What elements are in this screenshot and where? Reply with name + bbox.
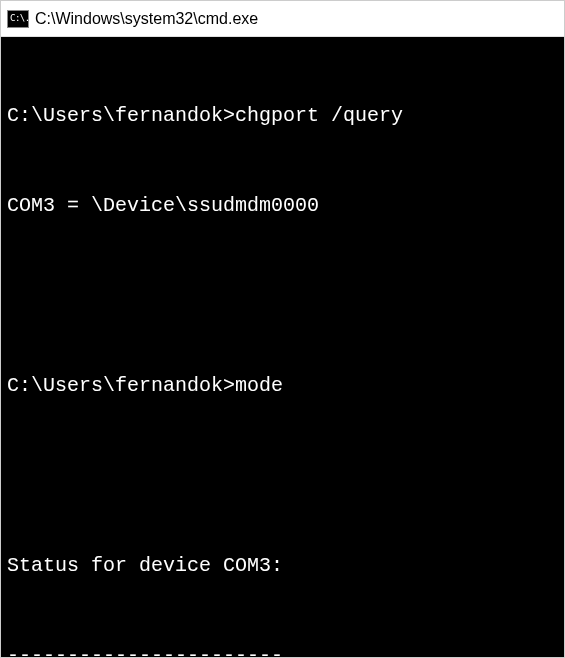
cmd-window: C:\. C:\Windows\system32\cmd.exe C:\User… bbox=[0, 0, 565, 658]
command-line-2: C:\Users\fernandok>mode bbox=[7, 371, 558, 401]
status-header: Status for device COM3: bbox=[7, 551, 558, 581]
cmd-icon-text: C:\. bbox=[10, 14, 30, 23]
command-text: mode bbox=[235, 374, 283, 397]
command-text: chgport /query bbox=[235, 104, 403, 127]
command-line-1: C:\Users\fernandok>chgport /query bbox=[7, 101, 558, 131]
blank-line bbox=[7, 281, 558, 311]
blank-line bbox=[7, 461, 558, 491]
divider-line: ----------------------- bbox=[7, 641, 558, 657]
prompt: C:\Users\fernandok> bbox=[7, 104, 235, 127]
prompt: C:\Users\fernandok> bbox=[7, 374, 235, 397]
output-line: COM3 = \Device\ssudmdm0000 bbox=[7, 191, 558, 221]
cmd-icon: C:\. bbox=[7, 10, 29, 28]
terminal-output[interactable]: C:\Users\fernandok>chgport /query COM3 =… bbox=[1, 37, 564, 657]
window-title: C:\Windows\system32\cmd.exe bbox=[35, 10, 258, 28]
titlebar[interactable]: C:\. C:\Windows\system32\cmd.exe bbox=[1, 1, 564, 37]
